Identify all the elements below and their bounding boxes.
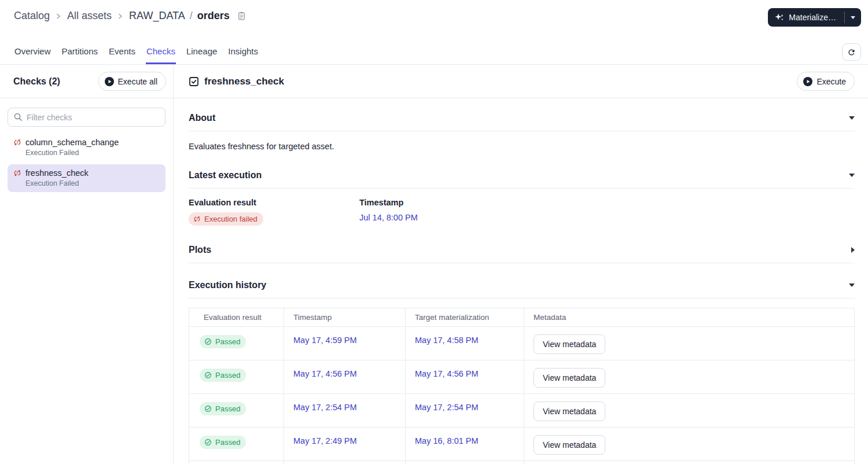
search-icon [13,112,23,122]
sync-problem-icon [13,138,21,146]
breadcrumb-asset-name: orders [197,10,230,22]
passed-badge: Passed [200,369,246,382]
app-header: Catalog All assets RAW_DATA / orders [0,0,868,40]
divider [189,298,855,299]
divider [189,131,855,131]
divider [189,188,855,189]
tab-events[interactable]: Events [108,40,136,64]
section-title-latest-execution: Latest execution [189,170,262,181]
materialize-dropdown-button[interactable] [845,8,861,27]
check-name: freshness_check [25,168,89,178]
check-circle-icon [204,338,212,345]
table-row: Passed May 17, 4:59 PM May 17, 4:58 PM V… [189,327,854,360]
check-name: column_schema_change [25,138,119,147]
caret-down-icon[interactable] [849,283,855,287]
content: Checks (2) Execute all [0,65,868,464]
check-title: freshness_check [204,76,284,87]
check-list: column_schema_change Execution Failed fr… [0,134,173,192]
check-detail-header: freshness_check Execute [174,65,868,98]
caret-down-icon [851,16,855,19]
caret-down-icon[interactable] [849,174,855,177]
target-materialization-link[interactable]: May 17, 2:54 PM [415,403,479,412]
table-row: Passed May 17, 4:56 PM May 17, 4:56 PM V… [189,360,854,394]
sync-problem-icon [193,215,201,223]
checks-panel-title: Checks (2) [13,76,60,87]
execution-failed-badge-label: Execution failed [204,215,258,223]
breadcrumb: Catalog All assets RAW_DATA / orders [14,8,247,22]
materialize-button[interactable]: Materialize… [768,8,844,27]
refresh-button[interactable] [842,43,861,61]
caret-right-icon[interactable] [851,247,855,253]
target-materialization-link[interactable]: May 17, 4:56 PM [415,369,479,378]
check-box-icon [189,76,199,87]
view-metadata-button[interactable]: View metadata [534,435,605,455]
tab-checks[interactable]: Checks [146,40,176,64]
column-header-metadata: Metadata [524,308,854,326]
timestamp-link[interactable]: May 17, 4:59 PM [293,336,357,345]
view-metadata-button[interactable]: View metadata [534,368,605,388]
execution-history-table: Evaluation result Timestamp Target mater… [189,308,855,464]
section-title-execution-history: Execution history [189,279,266,291]
passed-badge-label: Passed [215,337,240,346]
column-header-target-materialization: Target materialization [406,308,524,326]
table-header-row: Evaluation result Timestamp Target mater… [189,308,854,327]
tab-overview[interactable]: Overview [14,40,52,64]
filter-checks [8,108,165,127]
passed-badge-label: Passed [215,371,240,380]
latest-timestamp-link[interactable]: Jul 14, 8:00 PM [359,213,418,222]
view-metadata-button[interactable]: View metadata [534,334,605,354]
check-status-text: Execution Failed [25,179,160,187]
breadcrumb-item-all-assets[interactable]: All assets [67,10,112,22]
check-circle-icon [204,371,212,379]
execute-button[interactable]: Execute [797,72,855,91]
section-latest-execution-header[interactable]: Latest execution [189,170,855,181]
check-list-item-freshness-check[interactable]: freshness_check Execution Failed [8,164,165,192]
caret-down-icon[interactable] [849,116,855,120]
column-header-timestamp: Timestamp [284,308,406,326]
tab-insights[interactable]: Insights [227,40,259,64]
section-about-header[interactable]: About [189,112,855,124]
check-circle-icon [204,439,212,446]
tab-lineage[interactable]: Lineage [186,40,218,64]
breadcrumb-asset-group[interactable]: RAW_DATA [129,10,185,22]
target-materialization-link[interactable]: May 17, 4:58 PM [415,336,479,345]
tab-partitions[interactable]: Partitions [61,40,99,64]
breadcrumb-separator: / [190,10,193,22]
play-circle-icon [803,77,812,86]
table-row: Passed May 17, 2:49 PM May 16, 8:01 PM V… [189,428,854,461]
target-materialization-link[interactable]: May 16, 8:01 PM [415,436,479,445]
passed-badge: Passed [200,402,246,415]
refresh-icon [847,48,856,57]
section-plots-header[interactable]: Plots [189,244,855,256]
materialize-split-button: Materialize… [768,8,861,27]
column-header-evaluation-result: Evaluation result [189,308,284,326]
tab-bar: Overview Partitions Events Checks Lineag… [0,40,868,65]
check-circle-icon [204,405,212,413]
execute-all-button[interactable]: Execute all [98,72,166,91]
table-row-partial [189,461,854,464]
check-list-item-column-schema-change[interactable]: column_schema_change Execution Failed [8,134,165,161]
play-circle-icon [105,77,114,86]
clipboard-icon[interactable] [237,11,247,21]
timestamp-link[interactable]: May 17, 4:56 PM [293,369,357,378]
view-metadata-button[interactable]: View metadata [534,402,605,421]
section-title-about: About [189,112,215,124]
divider [189,263,855,263]
filter-checks-input[interactable] [8,108,165,127]
latest-execution-grid: Evaluation result Execution failed Times… [189,198,855,226]
tabs: Overview Partitions Events Checks Lineag… [14,40,259,64]
check-detail-body: About Evaluates freshness for targeted a… [174,98,868,464]
section-title-plots: Plots [189,244,211,256]
sparkle-icon [775,13,784,22]
breadcrumb-item-catalog[interactable]: Catalog [14,10,50,22]
timestamp-link[interactable]: May 17, 2:49 PM [293,436,357,445]
about-description: Evaluates freshness for targeted asset. [189,142,855,151]
passed-badge-label: Passed [215,438,240,447]
materialize-label: Materialize… [789,13,836,22]
checks-sidebar-header: Checks (2) Execute all [0,65,173,98]
check-status-text: Execution Failed [25,149,160,157]
section-execution-history-header[interactable]: Execution history [189,279,855,291]
check-detail: freshness_check Execute About Evaluates … [174,65,868,464]
evaluation-result-label: Evaluation result [189,198,359,207]
timestamp-link[interactable]: May 17, 2:54 PM [293,403,357,412]
